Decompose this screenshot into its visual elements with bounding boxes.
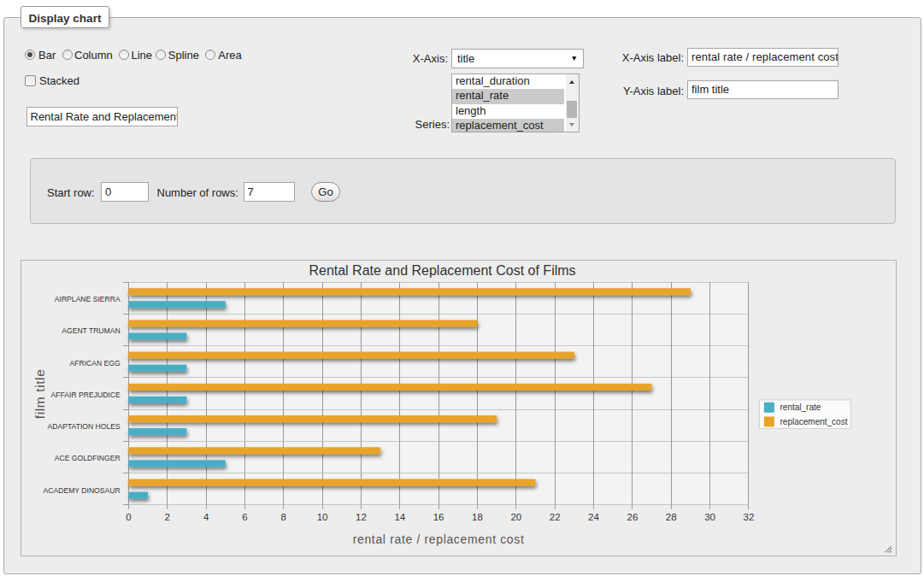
svg-text:6: 6 <box>242 512 247 522</box>
svg-text:AFFAIR PREJUDICE: AFFAIR PREJUDICE <box>51 391 121 399</box>
svg-text:24: 24 <box>588 512 599 522</box>
svg-text:film title: film title <box>33 369 48 420</box>
svg-text:28: 28 <box>666 512 677 522</box>
svg-text:8: 8 <box>281 512 286 522</box>
svg-text:10: 10 <box>317 512 328 522</box>
svg-text:16: 16 <box>433 512 444 522</box>
svg-text:rental rate / replacement cost: rental rate / replacement cost <box>353 532 525 546</box>
svg-text:AGENT TRUMAN: AGENT TRUMAN <box>62 326 120 335</box>
svg-text:2: 2 <box>164 512 169 522</box>
svg-text:12: 12 <box>356 512 367 522</box>
svg-text:ACADEMY DINOSAUR: ACADEMY DINOSAUR <box>44 486 121 495</box>
svg-text:32: 32 <box>744 512 755 522</box>
svg-text:0: 0 <box>126 512 131 522</box>
svg-text:30: 30 <box>704 512 715 522</box>
svg-text:AIRPLANE SIERRA: AIRPLANE SIERRA <box>55 295 121 303</box>
svg-text:replacement_cost: replacement_cost <box>780 417 848 426</box>
svg-text:rental_rate: rental_rate <box>780 403 821 412</box>
svg-text:AFRICAN EGG: AFRICAN EGG <box>69 359 121 367</box>
svg-text:20: 20 <box>510 512 521 522</box>
svg-text:18: 18 <box>472 512 483 522</box>
svg-text:26: 26 <box>627 512 639 522</box>
svg-text:4: 4 <box>203 512 209 522</box>
svg-text:14: 14 <box>394 512 405 522</box>
svg-text:ADAPTATION HOLES: ADAPTATION HOLES <box>48 422 121 431</box>
svg-text:Rental Rate and Replacement Co: Rental Rate and Replacement Cost of Film… <box>309 263 575 278</box>
svg-text:ACE GOLDFINGER: ACE GOLDFINGER <box>55 454 121 462</box>
svg-text:22: 22 <box>550 512 561 522</box>
